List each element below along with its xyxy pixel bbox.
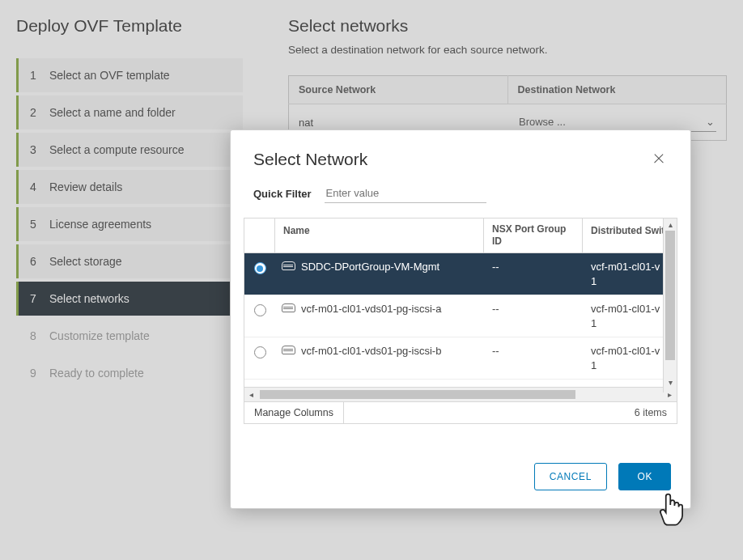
- grid-body: SDDC-DPortGroup-VM-Mgmt--vcf-m01-cl01-v1…: [244, 253, 677, 387]
- network-row[interactable]: SDDC-DPortGroup-VM-Mgmt--vcf-m01-cl01-v1: [244, 253, 677, 295]
- radio-icon[interactable]: [254, 346, 266, 358]
- row-nsx-cell: --: [484, 295, 583, 322]
- modal-header: Select Network: [231, 130, 690, 176]
- row-name: vcf-m01-cl01-vds01-pg-iscsi-b: [301, 344, 441, 358]
- network-icon: [282, 261, 295, 272]
- page-title: Select networks: [288, 16, 727, 36]
- wizard-step-8: 8Customize template: [16, 319, 243, 353]
- network-row[interactable]: vcf-m01-cl01-vds01-pg-mgmt--vcf-m01-cl01…: [244, 380, 677, 387]
- radio-icon[interactable]: [254, 304, 266, 316]
- row-name-cell: vcf-m01-cl01-vds01-pg-iscsi-b: [275, 337, 484, 365]
- wizard-step-3[interactable]: 3Select a compute resource: [16, 133, 243, 167]
- step-label: Select a name and folder: [49, 106, 176, 119]
- scroll-left-icon[interactable]: ◂: [244, 390, 258, 399]
- step-label: Customize template: [49, 329, 150, 342]
- modal-footer: CANCEL OK: [231, 424, 690, 508]
- row-radio-cell[interactable]: [244, 253, 275, 282]
- col-nsx-header[interactable]: NSX Port Group ID: [484, 218, 583, 252]
- vertical-scrollbar[interactable]: ▴ ▾: [663, 218, 677, 392]
- wizard-step-9: 9Ready to complete: [16, 356, 243, 390]
- network-grid: Name NSX Port Group ID Distributed Swit …: [244, 218, 677, 402]
- row-radio-cell[interactable]: [244, 295, 275, 325]
- col-radio-header: [244, 218, 275, 252]
- cancel-button[interactable]: CANCEL: [534, 463, 607, 490]
- modal-title: Select Network: [253, 150, 367, 169]
- step-label: Select a compute resource: [49, 143, 185, 156]
- scroll-down-icon[interactable]: ▾: [664, 376, 677, 388]
- row-nsx-cell: --: [484, 380, 583, 387]
- step-number: 8: [30, 329, 38, 342]
- network-icon: [282, 303, 295, 314]
- chevron-down-icon: ⌄: [706, 116, 715, 128]
- wizard-step-1[interactable]: 1Select an OVF template: [16, 58, 243, 92]
- grid-footer: Manage Columns 6 items: [244, 402, 677, 424]
- step-label: Review details: [49, 180, 122, 193]
- row-name: vcf-m01-cl01-vds01-pg-mgmt: [301, 386, 438, 387]
- grid-header: Name NSX Port Group ID Distributed Swit: [244, 218, 677, 253]
- step-number: 2: [30, 106, 38, 119]
- filter-row: Quick Filter: [231, 176, 690, 210]
- radio-icon[interactable]: [254, 262, 266, 274]
- filter-label: Quick Filter: [253, 188, 312, 200]
- step-number: 4: [30, 180, 38, 193]
- wizard-title: Deploy OVF Template: [16, 16, 243, 36]
- step-number: 1: [30, 69, 38, 82]
- wizard-step-6[interactable]: 6Select storage: [16, 244, 243, 278]
- step-number: 5: [30, 218, 38, 231]
- close-icon[interactable]: [650, 150, 668, 168]
- network-icon: [282, 346, 295, 356]
- step-label: Select storage: [49, 255, 122, 268]
- step-number: 3: [30, 143, 38, 156]
- items-count: 6 items: [635, 407, 677, 418]
- wizard-step-2[interactable]: 2Select a name and folder: [16, 95, 243, 129]
- scroll-thumb-vertical[interactable]: [665, 231, 675, 360]
- col-source-header: Source Network: [289, 76, 508, 104]
- filter-input[interactable]: [325, 184, 486, 203]
- row-name-cell: vcf-m01-cl01-vds01-pg-mgmt: [275, 380, 484, 387]
- wizard-step-7[interactable]: 7Select networks: [16, 282, 243, 316]
- step-number: 9: [30, 367, 38, 380]
- row-name-cell: SDDC-DPortGroup-VM-Mgmt: [275, 253, 484, 281]
- row-nsx-cell: --: [484, 253, 583, 280]
- scroll-up-icon[interactable]: ▴: [664, 218, 677, 231]
- select-network-modal: Select Network Quick Filter Name NSX Por…: [230, 129, 691, 509]
- manage-columns-button[interactable]: Manage Columns: [244, 402, 344, 423]
- network-row[interactable]: vcf-m01-cl01-vds01-pg-iscsi-b--vcf-m01-c…: [244, 337, 677, 380]
- col-name-header[interactable]: Name: [275, 218, 484, 252]
- network-row[interactable]: vcf-m01-cl01-vds01-pg-iscsi-a--vcf-m01-c…: [244, 295, 677, 337]
- step-label: Select an OVF template: [49, 69, 170, 82]
- row-radio-cell[interactable]: [244, 337, 275, 367]
- row-name: SDDC-DPortGroup-VM-Mgmt: [301, 260, 439, 274]
- row-nsx-cell: --: [484, 337, 583, 364]
- col-dest-header: Destination Network: [507, 76, 727, 104]
- step-number: 7: [30, 292, 38, 305]
- horizontal-scrollbar[interactable]: ◂ ▸: [244, 387, 677, 401]
- row-name-cell: vcf-m01-cl01-vds01-pg-iscsi-a: [275, 295, 484, 323]
- row-radio-cell[interactable]: [244, 380, 275, 387]
- step-label: Select networks: [49, 292, 129, 305]
- scroll-thumb-horizontal[interactable]: [260, 390, 575, 399]
- wizard-step-4[interactable]: 4Review details: [16, 170, 243, 204]
- step-label: License agreements: [49, 218, 151, 231]
- page-subtitle: Select a destination network for each so…: [288, 44, 727, 56]
- wizard-step-5[interactable]: 5License agreements: [16, 207, 243, 241]
- step-number: 6: [30, 255, 38, 268]
- row-name: vcf-m01-cl01-vds01-pg-iscsi-a: [301, 302, 441, 316]
- dest-select-label: Browse ...: [519, 116, 566, 128]
- ok-button[interactable]: OK: [618, 463, 671, 490]
- wizard-sidebar: Deploy OVF Template 1Select an OVF templ…: [0, 0, 243, 393]
- step-label: Ready to complete: [49, 367, 144, 380]
